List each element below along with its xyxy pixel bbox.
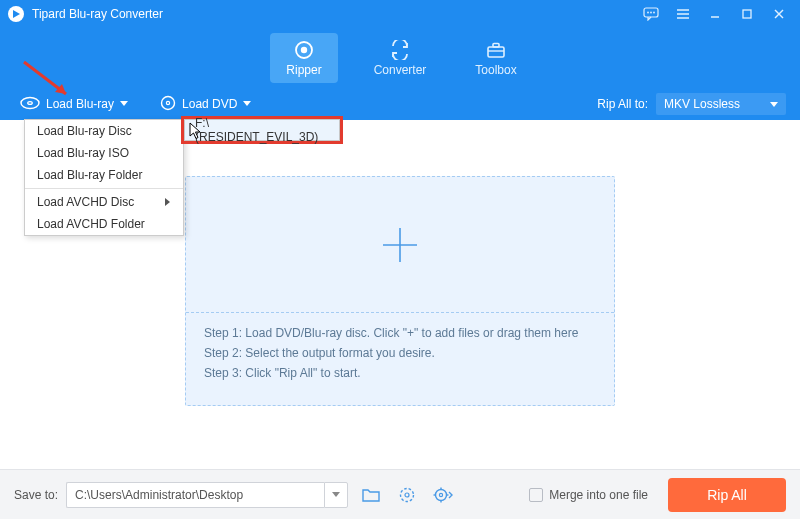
- toolbox-icon: [485, 39, 507, 61]
- window-title: Tipard Blu-ray Converter: [32, 7, 163, 21]
- svg-point-12: [301, 47, 307, 53]
- svg-point-25: [436, 489, 447, 500]
- minimize-button[interactable]: [702, 5, 728, 23]
- svg-point-23: [401, 488, 414, 501]
- tab-ripper[interactable]: Ripper: [270, 33, 338, 83]
- svg-rect-13: [488, 47, 504, 57]
- quick-settings-button[interactable]: [394, 482, 420, 508]
- load-dvd-label: Load DVD: [182, 97, 237, 111]
- svg-point-19: [166, 101, 169, 104]
- bluray-disc-icon: [20, 96, 40, 113]
- svg-point-2: [650, 12, 652, 14]
- step-1: Step 1: Load DVD/Blu-ray disc. Click "+"…: [204, 323, 596, 343]
- menu-item-load-avchd-folder[interactable]: Load AVCHD Folder: [25, 213, 183, 235]
- save-path-input[interactable]: [66, 482, 324, 508]
- svg-point-26: [439, 493, 442, 496]
- converter-icon: [389, 39, 411, 61]
- svg-point-1: [647, 12, 649, 14]
- bottom-bar: Save to: Merge into one file Rip All: [0, 469, 800, 519]
- chevron-down-icon: [770, 97, 778, 111]
- submenu-disc-path[interactable]: F:\ (RESIDENT_EVIL_3D): [184, 119, 340, 141]
- svg-point-24: [405, 493, 409, 497]
- merge-label: Merge into one file: [549, 488, 648, 502]
- title-bar: Tipard Blu-ray Converter: [0, 0, 800, 28]
- save-to-label: Save to:: [14, 488, 58, 502]
- settings-button[interactable]: [430, 482, 456, 508]
- tab-toolbox[interactable]: Toolbox: [462, 33, 530, 83]
- step-2: Step 2: Select the output format you des…: [204, 343, 596, 363]
- open-folder-button[interactable]: [358, 482, 384, 508]
- menu-item-load-bluray-iso[interactable]: Load Blu-ray ISO: [25, 142, 183, 164]
- load-bluray-button[interactable]: Load Blu-ray: [14, 92, 134, 117]
- tab-label: Ripper: [286, 63, 321, 77]
- chevron-down-icon: [243, 101, 251, 107]
- svg-point-16: [21, 97, 39, 108]
- tab-label: Toolbox: [475, 63, 516, 77]
- merge-checkbox[interactable]: [529, 488, 543, 502]
- rip-all-button[interactable]: Rip All: [668, 478, 786, 512]
- add-files-button[interactable]: [186, 177, 614, 312]
- save-path-dropdown[interactable]: [324, 482, 348, 508]
- svg-rect-14: [493, 44, 499, 48]
- tab-converter[interactable]: Converter: [366, 33, 434, 83]
- load-dvd-button[interactable]: Load DVD: [154, 91, 257, 118]
- step-3: Step 3: Click "Rip All" to start.: [204, 363, 596, 383]
- chevron-right-icon: [165, 195, 171, 209]
- menu-item-load-bluray-disc[interactable]: Load Blu-ray Disc: [25, 120, 183, 142]
- menu-item-load-bluray-folder[interactable]: Load Blu-ray Folder: [25, 164, 183, 186]
- close-button[interactable]: [766, 5, 792, 23]
- menu-item-label: Load AVCHD Folder: [37, 217, 145, 231]
- submenu-item-label: F:\ (RESIDENT_EVIL_3D): [195, 116, 329, 144]
- maximize-button[interactable]: [734, 5, 760, 23]
- tab-label: Converter: [374, 63, 427, 77]
- feedback-icon[interactable]: [638, 5, 664, 23]
- svg-rect-8: [743, 10, 751, 18]
- svg-point-3: [653, 12, 655, 14]
- menu-icon[interactable]: [670, 5, 696, 23]
- svg-point-18: [162, 96, 175, 109]
- gear-icon: [432, 486, 454, 504]
- menu-item-label: Load Blu-ray Disc: [37, 124, 132, 138]
- ripper-icon: [294, 39, 314, 61]
- plus-icon: [377, 222, 423, 268]
- load-bar: Load Blu-ray Load DVD Rip All to: MKV Lo…: [0, 88, 800, 120]
- mode-tabs: Ripper Converter Toolbox: [0, 28, 800, 88]
- svg-point-17: [28, 101, 33, 104]
- rip-all-to-label: Rip All to:: [597, 97, 648, 111]
- chevron-down-icon: [120, 101, 128, 107]
- drop-area[interactable]: Step 1: Load DVD/Blu-ray disc. Click "+"…: [185, 176, 615, 406]
- dvd-disc-icon: [160, 95, 176, 114]
- menu-item-label: Load Blu-ray ISO: [37, 146, 129, 160]
- drop-divider: [186, 312, 614, 313]
- menu-item-label: Load AVCHD Disc: [37, 195, 134, 209]
- steps-text: Step 1: Load DVD/Blu-ray disc. Click "+"…: [204, 323, 596, 383]
- menu-item-label: Load Blu-ray Folder: [37, 168, 142, 182]
- rip-all-to-value: MKV Lossless: [664, 97, 740, 111]
- menu-divider: [25, 188, 183, 189]
- rip-all-to-select[interactable]: MKV Lossless: [656, 93, 786, 115]
- load-bluray-label: Load Blu-ray: [46, 97, 114, 111]
- menu-item-load-avchd-disc[interactable]: Load AVCHD Disc: [25, 191, 183, 213]
- folder-icon: [362, 487, 380, 503]
- gear-dashed-icon: [398, 486, 416, 504]
- load-bluray-menu: Load Blu-ray Disc Load Blu-ray ISO Load …: [24, 119, 184, 236]
- app-logo: [8, 6, 24, 22]
